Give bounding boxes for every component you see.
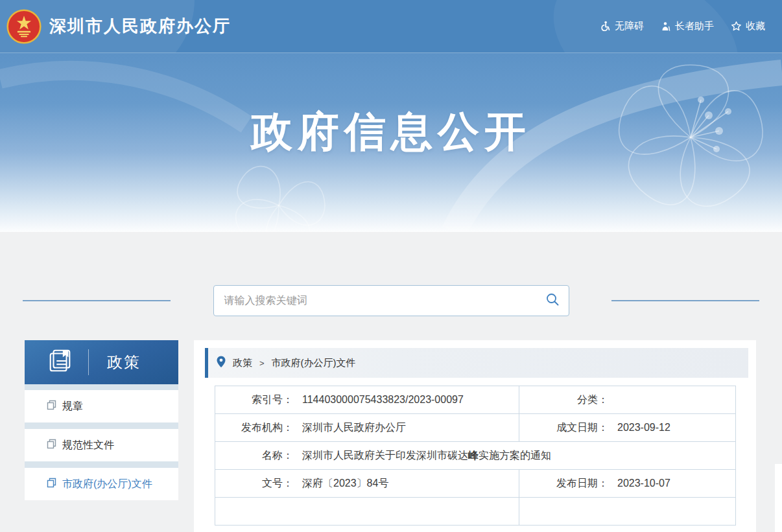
location-pin-icon: [217, 356, 226, 370]
accessibility-label: 无障碍: [615, 20, 644, 32]
sidebar-item-normative-documents[interactable]: 规范性文件: [25, 429, 178, 461]
publish-date-value: 2023-10-07: [617, 478, 670, 489]
elder-person-icon: [661, 21, 671, 32]
doc-number-value: 深府〔2023〕84号: [302, 477, 388, 491]
document-name-value: 深圳市人民政府关于印发深圳市碳达峰实施方案的通知: [302, 449, 551, 463]
document-icon: [47, 478, 56, 491]
elder-mode-label: 长者助手: [675, 20, 714, 32]
issuing-agency-value: 深圳市人民政府办公厅: [302, 421, 406, 435]
scrollbar-gutter: [775, 464, 782, 532]
publish-date-label: 发布日期：: [519, 477, 608, 491]
sidebar-item-municipal-documents[interactable]: 市政府(办公厅)文件: [25, 468, 178, 500]
elder-mode-link[interactable]: 长者助手: [661, 20, 714, 32]
sidebar-item-label: 规范性文件: [62, 439, 114, 452]
index-number-value: 114403000075433823/2023-00097: [302, 394, 464, 406]
table-row: [215, 498, 736, 526]
national-emblem-logo: [6, 9, 41, 44]
main-panel: 政策 > 市政府(办公厅)文件 索引号： 114403000075433823/…: [194, 340, 756, 532]
table-row: 索引号： 114403000075433823/2023-00097 分类：: [215, 386, 736, 414]
table-row: 名称： 深圳市人民政府关于印发深圳市碳达峰实施方案的通知: [215, 442, 736, 470]
document-icon: [47, 439, 56, 452]
category-label: 分类：: [519, 393, 608, 407]
accessibility-link[interactable]: 无障碍: [600, 20, 644, 32]
sidebar-item-label: 规章: [62, 400, 83, 413]
decorative-line-right: [611, 300, 759, 301]
breadcrumb-separator: >: [259, 358, 265, 368]
sidebar-menu: 规章 规范性文件: [25, 384, 178, 500]
table-row: 文号： 深府〔2023〕84号 发布日期： 2023-10-07: [215, 470, 736, 498]
date-written-value: 2023-09-12: [617, 422, 670, 434]
page-banner: 政府信息公开: [0, 53, 782, 232]
star-outline-icon: [731, 21, 742, 32]
document-icon: [47, 400, 56, 413]
sidebar-item-regulations[interactable]: 规章: [25, 390, 178, 422]
doc-number-label: 文号：: [215, 477, 293, 491]
highlighted-keyword: 峰: [468, 450, 479, 461]
sidebar-title: 政策: [107, 352, 141, 373]
content-section: 政策 规章: [0, 232, 782, 532]
table-row: 发布机构： 深圳市人民政府办公厅 成文日期： 2023-09-12: [215, 414, 736, 442]
favorite-label: 收藏: [746, 20, 765, 32]
decorative-line-left: [23, 300, 171, 301]
search-row: [0, 285, 782, 316]
breadcrumb-current: 市政府(办公厅)文件: [272, 357, 356, 369]
top-header: 深圳市人民政府办公厅 无障碍 长者助手: [0, 0, 782, 53]
index-number-label: 索引号：: [215, 393, 293, 407]
accessibility-icon: [600, 21, 611, 32]
search-box: [213, 285, 569, 316]
document-name-label: 名称：: [215, 449, 293, 463]
sidebar-header: 政策: [25, 340, 178, 384]
book-icon: [47, 347, 74, 377]
site-brand[interactable]: 深圳市人民政府办公厅: [6, 9, 231, 44]
search-icon[interactable]: [545, 292, 560, 309]
breadcrumb-root-link[interactable]: 政策: [233, 357, 252, 369]
top-utility-links: 无障碍 长者助手 收藏: [600, 20, 765, 32]
site-title: 深圳市人民政府办公厅: [49, 15, 231, 38]
search-input[interactable]: [224, 295, 545, 306]
sidebar-header-divider: [88, 349, 89, 375]
document-info-table: 索引号： 114403000075433823/2023-00097 分类：: [215, 386, 736, 526]
sidebar-item-label: 市政府(办公厅)文件: [62, 478, 152, 491]
sidebar: 政策 规章: [25, 340, 178, 507]
issuing-agency-label: 发布机构：: [215, 421, 293, 435]
date-written-label: 成文日期：: [519, 421, 608, 435]
favorite-link[interactable]: 收藏: [731, 20, 765, 32]
breadcrumb: 政策 > 市政府(办公厅)文件: [205, 348, 748, 378]
page-title: 政府信息公开: [251, 104, 531, 160]
content-row: 政策 规章: [25, 340, 782, 532]
